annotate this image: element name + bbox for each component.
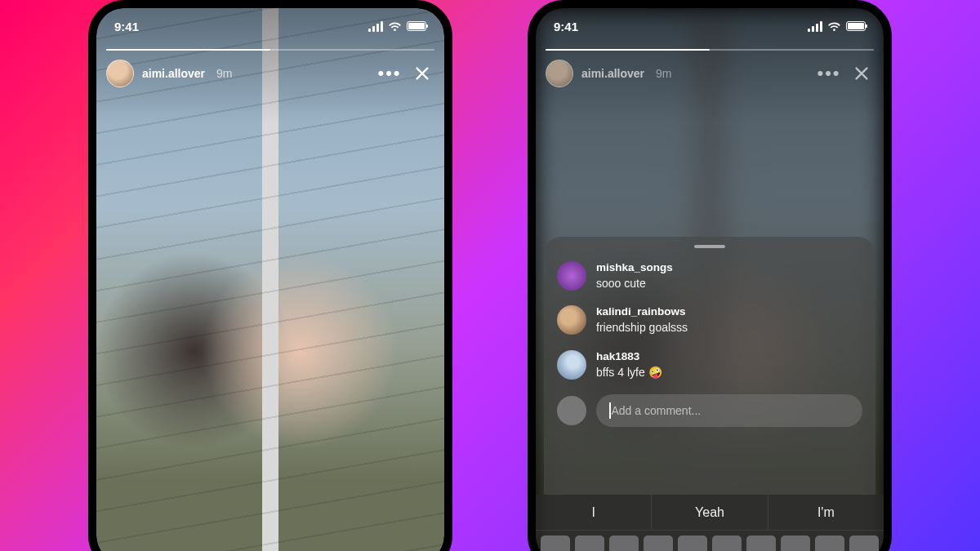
more-options-icon[interactable]: ••• (377, 61, 402, 86)
commenter-username[interactable]: mishka_songs (596, 261, 673, 275)
commenter-avatar[interactable] (557, 261, 586, 291)
cellular-icon (808, 21, 822, 32)
keyboard-suggestion[interactable]: I'm (768, 495, 884, 530)
story-progress-bar[interactable] (546, 49, 874, 51)
keyboard[interactable]: I Yeah I'm (536, 495, 884, 551)
more-options-icon[interactable]: ••• (817, 61, 841, 86)
battery-icon (407, 21, 426, 31)
keyboard-suggestion[interactable]: I (536, 495, 651, 530)
status-bar: 9:41 (96, 8, 444, 44)
commenter-username[interactable]: kalindi_rainbows (596, 305, 688, 319)
commenter-username[interactable]: hak1883 (596, 350, 662, 364)
battery-icon (846, 21, 866, 31)
phone-left-story: 9:41 aimi.allover 9m ••• (88, 0, 452, 551)
comment-item[interactable]: mishka_songs sooo cute (557, 261, 862, 291)
comment-text: bffs 4 lyfe 🤪 (596, 366, 662, 380)
commenter-avatar[interactable] (557, 305, 586, 335)
close-icon[interactable] (849, 61, 874, 86)
author-avatar[interactable] (106, 60, 134, 87)
status-time: 9:41 (114, 20, 139, 33)
author-username[interactable]: aimi.allover (142, 67, 205, 80)
status-time: 9:41 (554, 20, 578, 33)
keyboard-suggestion[interactable]: Yeah (651, 495, 767, 530)
status-bar: 9:41 (536, 8, 884, 44)
story-progress-bar[interactable] (106, 49, 434, 51)
comment-item[interactable]: hak1883 bffs 4 lyfe 🤪 (557, 350, 862, 380)
keyboard-row[interactable] (536, 531, 884, 551)
author-username[interactable]: aimi.allover (581, 67, 644, 80)
story-time-ago: 9m (656, 67, 671, 80)
cellular-icon (368, 21, 383, 32)
comment-text: sooo cute (596, 277, 673, 291)
comment-placeholder: Add a comment... (612, 404, 702, 417)
close-icon[interactable] (410, 61, 434, 86)
comment-text: friendship goalsss (596, 321, 688, 335)
my-avatar[interactable] (557, 396, 586, 425)
wifi-icon (388, 21, 402, 32)
comment-item[interactable]: kalindi_rainbows friendship goalsss (557, 305, 862, 335)
comment-input[interactable]: Add a comment... (596, 394, 862, 427)
commenter-avatar[interactable] (557, 350, 586, 380)
phone-right-comments: 9:41 aimi.allover 9m ••• mishka_son (528, 0, 892, 551)
author-avatar[interactable] (546, 60, 573, 87)
story-time-ago: 9m (216, 67, 232, 80)
sheet-grabber[interactable] (694, 245, 725, 248)
wifi-icon (827, 21, 841, 32)
